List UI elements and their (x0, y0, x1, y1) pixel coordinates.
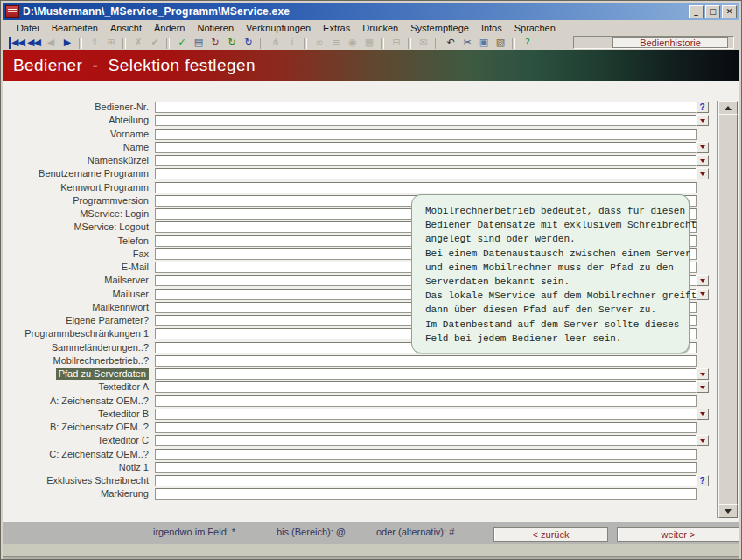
field-input-mobilrechnerbetrieb[interactable] (155, 355, 696, 367)
menu-item-drucken[interactable]: Drucken (356, 21, 404, 35)
apply-check-icon[interactable]: ✓ (173, 37, 190, 49)
menu-item-systempflege[interactable]: Systempflege (404, 21, 475, 35)
form-row: B: Zeichensatz OEM..? (4, 422, 740, 433)
menu-item-bearbeiten[interactable]: Bearbeiten (46, 21, 104, 35)
form-row: Kennwort Programm (4, 182, 740, 193)
form-row: Benutzername Programm (4, 168, 740, 179)
field-input-pfad-zu-serverdaten[interactable] (155, 368, 696, 380)
field-input-b-zeichensatz-oem[interactable] (155, 422, 696, 433)
field-input-benutzername-programm[interactable] (155, 168, 696, 179)
field-input-c-zeichensatz-oem[interactable] (155, 449, 696, 460)
mail-icon: ✉ (415, 37, 431, 49)
dropdown-button-namenskuerzel[interactable] (696, 155, 709, 166)
field-input-texteditor-c[interactable] (155, 435, 696, 446)
preview-eye-icon: ◉ (344, 37, 360, 49)
next-button[interactable]: weiter > (617, 527, 739, 542)
field-input-abteilung[interactable] (155, 115, 696, 126)
tooltip-line: Das lokale MService auf dem Mobilrechner… (425, 289, 689, 303)
field-label-mailkennwort: Mailkennwort (4, 302, 149, 313)
paste-icon[interactable]: ▧ (492, 37, 508, 49)
dropdown-button-abteilung[interactable] (696, 115, 709, 126)
dropdown-button-benutzername-programm[interactable] (696, 168, 709, 179)
field-label-abteilung: Abteilung (4, 115, 149, 126)
chevron-down-icon (700, 373, 705, 376)
menu-item-datei[interactable]: Datei (10, 21, 46, 35)
back-button[interactable]: < zurück (494, 527, 608, 542)
form-row: Notiz 1 (4, 462, 740, 473)
chevron-down-icon (700, 279, 705, 283)
field-input-notiz-1[interactable] (155, 462, 696, 473)
dropdown-button-mailuser[interactable] (696, 289, 709, 300)
form-row: C: Zeichensatz OEM..? (4, 449, 740, 460)
form-row: Pfad zu Serverdaten (4, 368, 740, 380)
undo-icon[interactable]: ↶ (442, 37, 458, 49)
menu-item-aendern[interactable]: Ändern (148, 21, 191, 35)
cut-icon[interactable]: ✂ (458, 37, 475, 49)
nav-prev-fast-icon[interactable]: ◀◀ (25, 37, 42, 49)
tooltip-line: dann über diesen Pfad auf den Server zu. (425, 303, 689, 317)
stats-icon: ▦ (360, 37, 377, 49)
field-label-pfad-zu-serverdaten: Pfad zu Serverdaten (56, 368, 149, 380)
dropdown-button-pfad-zu-serverdaten[interactable] (696, 368, 709, 380)
vertical-scrollbar[interactable] (717, 101, 736, 518)
help-icon[interactable]: ? (519, 37, 536, 49)
bedienhistorie-button[interactable]: Bedienhistorie (612, 37, 728, 48)
field-input-bediener-nr[interactable] (155, 102, 696, 113)
footer-texture (3, 544, 739, 556)
scroll-down-button[interactable] (718, 504, 738, 518)
dropdown-button-name[interactable] (696, 142, 709, 153)
help-button-exklusives-schreibrecht[interactable]: ? (696, 475, 709, 486)
dropdown-button-texteditor-a[interactable] (696, 382, 709, 393)
hint-range: bis (Bereich): @ (276, 527, 346, 537)
scrollbar-thumb[interactable] (718, 114, 738, 506)
maximize-button[interactable]: □ (705, 5, 720, 18)
field-input-vorname[interactable] (155, 129, 696, 140)
minimize-button[interactable]: _ (689, 5, 704, 18)
dropdown-button-mailserver[interactable] (696, 275, 709, 286)
branch-icon: ⋔ (267, 37, 284, 49)
field-label-texteditor-a: Texteditor A (4, 382, 149, 393)
field-label-fax: Fax (4, 248, 149, 260)
nav-next-icon[interactable]: ▶ (59, 37, 75, 49)
field-input-namenskuerzel[interactable] (155, 155, 696, 166)
tooltip-line: Serverdaten bekannt sein. (425, 275, 689, 289)
copy-icon[interactable]: ▣ (475, 37, 492, 49)
scroll-up-button[interactable] (718, 101, 738, 115)
chevron-down-icon (700, 439, 705, 443)
field-input-texteditor-a[interactable] (155, 382, 696, 393)
chevron-down-icon (700, 159, 705, 163)
form-row: Namenskürzel (4, 155, 740, 166)
refresh-green-icon[interactable]: ↻ (223, 37, 240, 49)
refresh-blue-icon[interactable]: ↻ (240, 37, 256, 49)
dropdown-button-texteditor-b[interactable] (696, 409, 709, 420)
field-label-namenskuerzel: Namenskürzel (4, 155, 149, 166)
menu-item-sprachen[interactable]: Sprachen (508, 21, 562, 35)
toolbar-separator (166, 38, 170, 49)
record-form-icon[interactable]: ▤ (190, 37, 206, 49)
close-button[interactable]: ✕ (722, 5, 737, 18)
field-input-kennwort-programm[interactable] (155, 182, 696, 193)
dropdown-button-texteditor-c[interactable] (696, 435, 709, 446)
form-row: Texteditor C (4, 435, 740, 446)
field-label-name: Name (4, 142, 149, 153)
menu-item-ansicht[interactable]: Ansicht (104, 21, 148, 35)
menu-item-verknuepfungen[interactable]: Verknüpfungen (240, 21, 317, 35)
confirm-icon: ✔ (146, 37, 163, 49)
field-label-programmversion: Programmversion (4, 195, 149, 206)
page-title: Bediener - Selektion festlegen (13, 56, 256, 75)
field-input-exklusives-schreibrecht[interactable] (155, 475, 696, 486)
chevron-down-icon (700, 119, 705, 122)
menu-item-infos[interactable]: Infos (475, 21, 508, 35)
arrow-down-icon (724, 509, 732, 514)
menu-item-extras[interactable]: Extras (317, 21, 356, 35)
tooltip-line: und einem Mobilrechner muss der Pfad zu … (425, 261, 689, 275)
refresh-red-icon[interactable]: ↻ (206, 37, 223, 49)
field-input-texteditor-b[interactable] (155, 409, 696, 420)
field-input-a-zeichensatz-oem[interactable] (155, 396, 696, 407)
field-input-name[interactable] (155, 142, 696, 153)
nav-first-icon[interactable]: ◀◀ (9, 37, 25, 49)
menu-item-notieren[interactable]: Notieren (191, 21, 240, 35)
toolbar-separator (408, 38, 411, 49)
help-button-bediener-nr[interactable]: ? (696, 102, 709, 113)
field-input-markierung[interactable] (155, 488, 696, 500)
